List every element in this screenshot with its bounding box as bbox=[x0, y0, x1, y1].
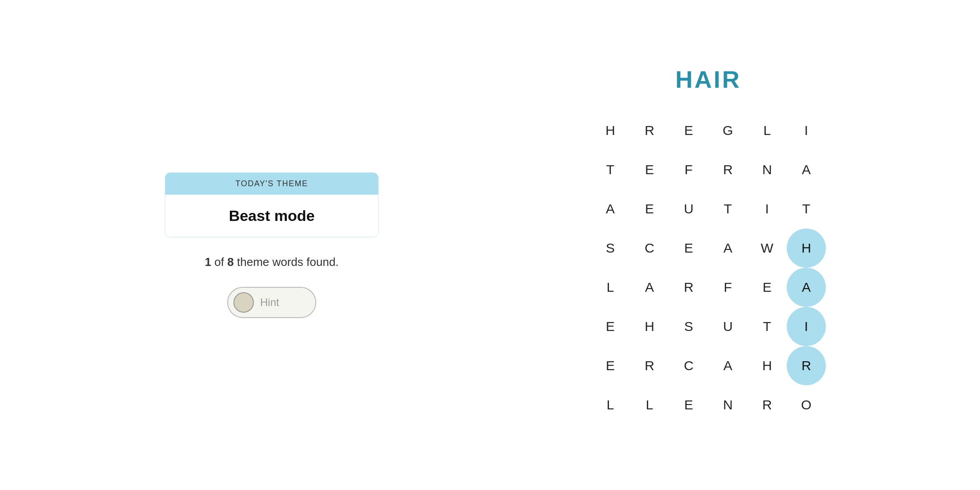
grid-cell[interactable]: R bbox=[708, 150, 747, 189]
theme-card: TODAY'S THEME Beast mode bbox=[165, 172, 379, 237]
found-total: 8 bbox=[227, 255, 233, 269]
theme-card-header: TODAY'S THEME bbox=[165, 173, 378, 195]
grid-cell[interactable]: U bbox=[708, 307, 747, 346]
grid-cell[interactable]: F bbox=[708, 268, 747, 307]
left-panel: TODAY'S THEME Beast mode 1 of 8 theme wo… bbox=[116, 172, 428, 318]
grid-cell[interactable]: N bbox=[747, 150, 787, 189]
theme-header-label: TODAY'S THEME bbox=[236, 179, 308, 188]
grid-cell[interactable]: E bbox=[747, 268, 787, 307]
theme-card-body: Beast mode bbox=[165, 195, 378, 237]
grid-cell[interactable]: L bbox=[630, 385, 669, 425]
theme-text: Beast mode bbox=[229, 207, 315, 224]
hint-toggle[interactable]: Hint bbox=[227, 287, 316, 318]
grid-cell[interactable]: L bbox=[591, 385, 630, 425]
grid-cell[interactable]: I bbox=[787, 111, 826, 150]
found-count: 1 bbox=[205, 255, 211, 269]
grid-cell[interactable]: R bbox=[630, 111, 669, 150]
grid-cell[interactable]: A bbox=[787, 268, 826, 307]
grid-cell[interactable]: R bbox=[669, 268, 708, 307]
grid-cell[interactable]: A bbox=[708, 346, 747, 385]
found-text: 1 of 8 theme words found. bbox=[205, 255, 339, 269]
grid-cell[interactable]: E bbox=[630, 189, 669, 229]
grid-cell[interactable]: E bbox=[630, 150, 669, 189]
grid-cell[interactable]: A bbox=[591, 189, 630, 229]
grid-cell[interactable]: T bbox=[787, 189, 826, 229]
grid-cell[interactable]: I bbox=[747, 189, 787, 229]
grid-cell[interactable]: L bbox=[747, 111, 787, 150]
grid-cell[interactable]: T bbox=[708, 189, 747, 229]
grid-cell[interactable]: C bbox=[630, 229, 669, 268]
grid-cell[interactable]: G bbox=[708, 111, 747, 150]
grid-cell[interactable]: R bbox=[630, 346, 669, 385]
word-search-grid: HREGLITEFRNAAEUTITSCEAWHLARFEAEHSUTIERCA… bbox=[591, 111, 826, 425]
grid-cell[interactable]: F bbox=[669, 150, 708, 189]
toggle-knob bbox=[233, 292, 254, 313]
page-container: TODAY'S THEME Beast mode 1 of 8 theme wo… bbox=[0, 0, 980, 490]
grid-cell[interactable]: C bbox=[669, 346, 708, 385]
right-panel: HAIR HREGLITEFRNAAEUTITSCEAWHLARFEAEHSUT… bbox=[552, 65, 864, 425]
grid-cell[interactable]: H bbox=[591, 111, 630, 150]
grid-cell[interactable]: A bbox=[787, 150, 826, 189]
grid-cell[interactable]: R bbox=[747, 385, 787, 425]
grid-cell[interactable]: H bbox=[747, 346, 787, 385]
grid-cell[interactable]: E bbox=[669, 111, 708, 150]
grid-cell[interactable]: S bbox=[669, 307, 708, 346]
grid-cell[interactable]: N bbox=[708, 385, 747, 425]
grid-cell[interactable]: T bbox=[591, 150, 630, 189]
grid-cell[interactable]: H bbox=[787, 229, 826, 268]
grid-cell[interactable]: H bbox=[630, 307, 669, 346]
puzzle-title: HAIR bbox=[675, 65, 741, 93]
found-separator: of bbox=[214, 255, 227, 269]
grid-cell[interactable]: W bbox=[747, 229, 787, 268]
hint-label: Hint bbox=[260, 296, 279, 309]
grid-cell[interactable]: A bbox=[630, 268, 669, 307]
grid-cell[interactable]: U bbox=[669, 189, 708, 229]
grid-cell[interactable]: S bbox=[591, 229, 630, 268]
grid-cell[interactable]: O bbox=[787, 385, 826, 425]
grid-cell[interactable]: I bbox=[787, 307, 826, 346]
grid-cell[interactable]: A bbox=[708, 229, 747, 268]
grid-cell[interactable]: L bbox=[591, 268, 630, 307]
grid-cell[interactable]: E bbox=[591, 307, 630, 346]
grid-cell[interactable]: R bbox=[787, 346, 826, 385]
grid-cell[interactable]: E bbox=[669, 385, 708, 425]
found-suffix: theme words found. bbox=[237, 255, 339, 269]
grid-cell[interactable]: E bbox=[591, 346, 630, 385]
grid-cell[interactable]: T bbox=[747, 307, 787, 346]
grid-cell[interactable]: E bbox=[669, 229, 708, 268]
